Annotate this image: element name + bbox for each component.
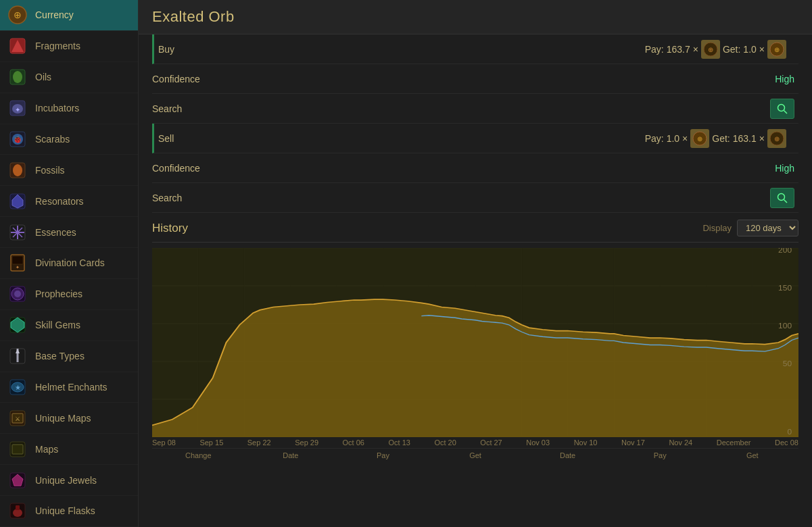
history-title: History	[152, 222, 188, 235]
sidebar-item-divination-cards[interactable]: ✦ Divination Cards	[0, 248, 138, 279]
sidebar-item-incubators[interactable]: ✦ Incubators	[0, 93, 138, 124]
buy-search-button[interactable]	[770, 99, 794, 119]
buy-confidence-row: Confidence High	[152, 64, 798, 94]
x-label-dec08: Dec 08	[775, 438, 798, 447]
sell-search-button[interactable]	[770, 188, 794, 208]
sidebar-item-unique-flasks[interactable]: Unique Flasks	[0, 496, 138, 527]
x-label-nov17: Nov 17	[621, 438, 645, 447]
buy-pay-label: Pay:	[645, 44, 664, 55]
x-label-oct27: Oct 27	[480, 438, 502, 447]
sidebar-item-maps-label: Maps	[35, 444, 58, 455]
buy-search-label: Search	[152, 103, 220, 114]
sidebar-item-helmet-enchants[interactable]: ★ Helmet Enchants	[0, 372, 138, 403]
x-label-sep29: Sep 29	[295, 438, 318, 447]
fragments-icon	[7, 35, 28, 57]
sell-pay-value: 1.0	[667, 133, 679, 144]
scarabs-icon: 🐞	[7, 128, 28, 150]
trade-info: Buy Pay: 163.7 × ⊕ Get: 1.0 × ⊕ Confiden…	[139, 34, 812, 213]
sidebar-item-fossils-label: Fossils	[35, 165, 65, 176]
svg-text:100: 100	[778, 322, 792, 330]
svg-text:⊕: ⊕	[708, 46, 713, 53]
sidebar-item-scarabs-label: Scarabs	[35, 134, 70, 145]
sell-label: Sell	[158, 133, 226, 144]
sidebar-item-essences[interactable]: Essences	[0, 217, 138, 248]
unique-jewels-icon	[7, 470, 28, 491]
svg-text:50: 50	[783, 360, 792, 368]
sidebar-item-unique-jewels-label: Unique Jewels	[35, 475, 97, 486]
sell-confidence-value-container: High	[220, 163, 798, 174]
x-label-december: December	[717, 438, 751, 447]
sell-search-value	[220, 188, 798, 208]
sidebar-item-base-types[interactable]: Base Types	[0, 341, 138, 372]
svg-point-5	[13, 71, 22, 83]
sidebar-item-skill-gems[interactable]: Skill Gems	[0, 310, 138, 341]
sell-value: Pay: 1.0 × ⊕ Get: 163.1 × ⊕	[226, 129, 790, 148]
sell-pay-currency-icon: ⊕	[690, 129, 709, 148]
sidebar-item-scarabs[interactable]: 🐞 Scarabs	[0, 124, 138, 155]
svg-line-50	[784, 110, 788, 114]
buy-row: Buy Pay: 163.7 × ⊕ Get: 1.0 × ⊕	[152, 34, 798, 64]
footer-date: Date	[245, 451, 337, 459]
svg-text:⊕: ⊕	[14, 9, 22, 20]
resonators-icon	[7, 191, 28, 212]
svg-rect-22	[12, 256, 23, 264]
buy-confidence-value-container: High	[220, 74, 798, 84]
svg-text:⚔: ⚔	[15, 416, 20, 422]
x-label-oct13: Oct 13	[388, 438, 410, 447]
sidebar-item-incubators-label: Incubators	[35, 103, 79, 114]
skill-gems-icon	[7, 314, 28, 336]
footer-change: Change	[152, 451, 245, 459]
sell-pay-label: Pay:	[645, 133, 664, 144]
svg-text:0: 0	[787, 428, 792, 436]
svg-text:✦: ✦	[15, 106, 20, 114]
sidebar-item-resonators[interactable]: Resonators	[0, 186, 138, 217]
chart-svg-container: 200 150 100 50 0 Sep 08 Sep 15 Sep 22 Se…	[152, 248, 798, 520]
x-label-sep08: Sep 08	[152, 438, 176, 447]
sidebar-item-unique-maps-label: Unique Maps	[35, 413, 91, 424]
page-title-bar: Exalted Orb	[139, 0, 812, 34]
buy-value: Pay: 163.7 × ⊕ Get: 1.0 × ⊕	[226, 40, 790, 59]
sidebar: ⊕ Currency Fragments Oils ✦ Incubators 🐞…	[0, 0, 139, 527]
footer-pay: Pay	[337, 451, 429, 459]
sell-confidence-row: Confidence High	[152, 153, 798, 183]
maps-icon	[7, 438, 28, 460]
x-label-nov24: Nov 24	[669, 438, 692, 447]
sidebar-item-unique-maps[interactable]: ⚔ Unique Maps	[0, 403, 138, 434]
footer-get: Get	[429, 451, 522, 459]
buy-confidence-value: High	[775, 74, 794, 84]
incubators-icon: ✦	[7, 97, 28, 119]
chart-area: 200 150 100 50 0 Sep 08 Sep 15 Sep 22 Se…	[152, 248, 798, 520]
footer-pay2: Pay	[614, 451, 707, 459]
sidebar-item-fossils[interactable]: Fossils	[0, 155, 138, 186]
oils-icon	[7, 66, 28, 88]
sell-search-label: Search	[152, 193, 220, 203]
x-label-sep15: Sep 15	[199, 438, 223, 447]
sidebar-item-maps[interactable]: Maps	[0, 434, 138, 465]
buy-search-value	[220, 99, 798, 119]
sidebar-item-currency[interactable]: ⊕ Currency	[0, 0, 138, 31]
sidebar-item-resonators-label: Resonators	[35, 196, 84, 207]
sell-get-symbol: ×	[759, 133, 765, 144]
sidebar-item-fragments[interactable]: Fragments	[0, 31, 138, 62]
display-select[interactable]: 120 days 30 days 7 days	[737, 220, 798, 236]
history-header: History Display 120 days 30 days 7 days	[152, 213, 798, 243]
sidebar-item-currency-label: Currency	[35, 9, 74, 20]
sidebar-item-skill-gems-label: Skill Gems	[35, 320, 80, 330]
buy-pay-value: 163.7	[667, 44, 690, 55]
buy-get-currency-icon: ⊕	[767, 40, 786, 59]
unique-flasks-icon	[7, 500, 28, 522]
sidebar-item-unique-flasks-label: Unique Flasks	[35, 505, 95, 516]
sidebar-item-unique-jewels[interactable]: Unique Jewels	[0, 465, 138, 496]
buy-get-value: 1.0	[743, 44, 756, 55]
buy-pay-currency-icon: ⊕	[701, 40, 720, 59]
page-title: Exalted Orb	[152, 8, 798, 26]
sidebar-item-prophecies[interactable]: Prophecies	[0, 279, 138, 310]
svg-line-56	[784, 199, 788, 203]
svg-text:⊕: ⊕	[697, 135, 702, 143]
footer-get2: Get	[706, 451, 798, 459]
sidebar-item-oils[interactable]: Oils	[0, 62, 138, 93]
sell-get-currency-icon: ⊕	[767, 129, 786, 148]
x-label-oct06: Oct 06	[343, 438, 364, 447]
helmet-enchants-icon: ★	[7, 376, 28, 398]
sidebar-item-fragments-label: Fragments	[35, 41, 80, 51]
